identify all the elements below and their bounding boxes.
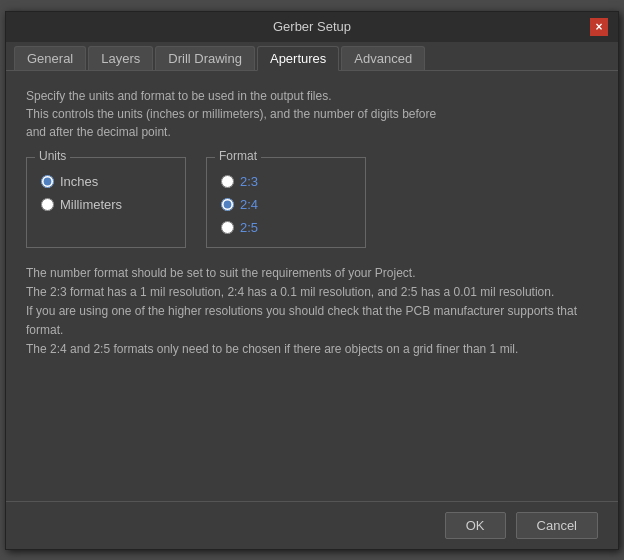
tab-apertures[interactable]: Apertures	[257, 46, 339, 71]
format-2-5-label: 2:5	[240, 220, 258, 235]
tab-content: Specify the units and format to be used …	[6, 71, 618, 501]
inches-label: Inches	[60, 174, 98, 189]
gerber-setup-dialog: Gerber Setup × General Layers Drill Draw…	[5, 11, 619, 550]
description-text: Specify the units and format to be used …	[26, 87, 598, 141]
tab-bar: General Layers Drill Drawing Apertures A…	[6, 42, 618, 71]
close-button[interactable]: ×	[590, 18, 608, 36]
tab-drill-drawing[interactable]: Drill Drawing	[155, 46, 255, 70]
mm-label: Millimeters	[60, 197, 122, 212]
radio-mm-input[interactable]	[41, 198, 54, 211]
format-2-4-label: 2:4	[240, 197, 258, 212]
radio-2-5[interactable]: 2:5	[221, 220, 351, 235]
ok-button[interactable]: OK	[445, 512, 506, 539]
dialog-footer: OK Cancel	[6, 501, 618, 549]
radio-2-4-input[interactable]	[221, 198, 234, 211]
radio-2-3-input[interactable]	[221, 175, 234, 188]
dialog-title: Gerber Setup	[34, 19, 590, 34]
radio-2-4[interactable]: 2:4	[221, 197, 351, 212]
cancel-button[interactable]: Cancel	[516, 512, 598, 539]
options-row: Units Inches Millimeters Format 2:3	[26, 157, 598, 248]
tab-layers[interactable]: Layers	[88, 46, 153, 70]
format-group: Format 2:3 2:4 2:5	[206, 157, 366, 248]
info-text-block: The number format should be set to suit …	[26, 264, 598, 360]
radio-2-3[interactable]: 2:3	[221, 174, 351, 189]
title-bar: Gerber Setup ×	[6, 12, 618, 42]
format-group-label: Format	[215, 149, 261, 163]
radio-inches[interactable]: Inches	[41, 174, 171, 189]
radio-inches-input[interactable]	[41, 175, 54, 188]
tab-general[interactable]: General	[14, 46, 86, 70]
radio-millimeters[interactable]: Millimeters	[41, 197, 171, 212]
tab-advanced[interactable]: Advanced	[341, 46, 425, 70]
radio-2-5-input[interactable]	[221, 221, 234, 234]
units-group: Units Inches Millimeters	[26, 157, 186, 248]
format-2-3-label: 2:3	[240, 174, 258, 189]
units-group-label: Units	[35, 149, 70, 163]
